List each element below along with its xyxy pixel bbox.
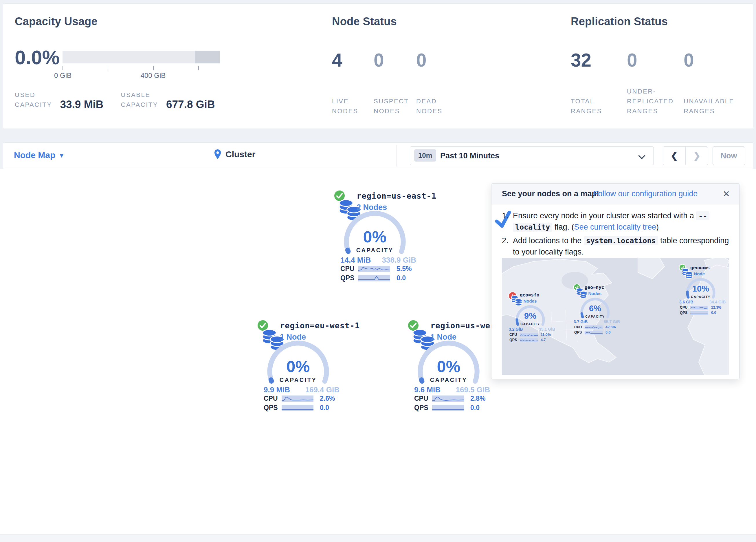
- cpu-value: 11.0%: [541, 333, 551, 337]
- chevron-down-icon: [638, 152, 645, 159]
- capacity-total: 169.4 GiB: [305, 385, 340, 394]
- capacity-used: 14.4 MiB: [340, 255, 371, 264]
- close-icon[interactable]: ✕: [723, 189, 730, 199]
- time-step-back-button[interactable]: ❮: [663, 147, 686, 165]
- cluster-summary-panel: Capacity Usage 0.0% 0 GiB 400 GiB USED C…: [3, 3, 753, 129]
- replication-status-title: Replication Status: [571, 15, 668, 28]
- region-locality: geo=nyc: [585, 285, 604, 290]
- axis-tick-label: 0 GiB: [49, 71, 76, 80]
- region-locality: region=eu-west-1: [280, 321, 360, 330]
- cpu-metric: CPU 12.3%: [680, 306, 721, 310]
- node-map-page: Capacity Usage 0.0% 0 GiB 400 GiB USED C…: [0, 0, 756, 542]
- qps-sparkline: [520, 338, 538, 342]
- axis-tick: [63, 66, 63, 70]
- axis-tick-label: 400 GiB: [135, 71, 171, 80]
- capacity-values: 9.9 MiB 169.4 GiB: [264, 385, 340, 394]
- unavailable-ranges-stat: 0 UNAVAILABLE RANGES: [684, 49, 742, 116]
- region-widget-us-west-1[interactable]: region=us-west-1 1 Node 0% CAPACITY 9.6 …: [404, 317, 499, 416]
- qps-sparkline: [358, 275, 390, 282]
- used-capacity-label: USED CAPACITY: [15, 90, 52, 110]
- dead-nodes-label: DEAD NODES: [416, 96, 443, 116]
- qps-sparkline: [282, 405, 313, 411]
- qps-metric: QPS 0.0: [680, 311, 716, 315]
- unavailable-ranges-label: UNAVAILABLE RANGES: [684, 96, 734, 116]
- capacity-total: 65.7 GiB: [604, 319, 620, 324]
- region-widget-us-east-1[interactable]: region=us-east-1 2 Nodes 0% CAPACITY 14.…: [330, 187, 425, 287]
- view-selector-dropdown[interactable]: Node Map▾: [14, 150, 63, 160]
- cpu-sparkline: [358, 266, 390, 272]
- capacity-values: 3.7 GiB 65.7 GiB: [574, 319, 620, 324]
- popup-header: See your nodes on a map! Follow our conf…: [491, 183, 739, 204]
- view-toolbar: Node Map▾ Cluster 10m Past 10 Minutes ❮ …: [3, 142, 753, 169]
- cpu-metric: CPU 42.5%: [574, 325, 616, 329]
- cpu-metric: CPU 2.8%: [414, 395, 485, 403]
- qps-label: QPS: [340, 274, 358, 282]
- cpu-metric: CPU 11.0%: [509, 333, 551, 337]
- capacity-caption: CAPACITY: [343, 247, 407, 253]
- qps-value: 0.0: [711, 311, 716, 315]
- usable-capacity-label: USABLE CAPACITY: [121, 90, 158, 110]
- capacity-used: 3.7 GiB: [574, 319, 588, 324]
- configuration-guide-link[interactable]: Follow our configuration guide: [593, 189, 698, 198]
- code-chip: system.locations: [584, 236, 658, 245]
- chevron-down-icon: ▾: [60, 152, 63, 159]
- region-widget-eu-west-1[interactable]: region=eu-west-1 1 Node 0% CAPACITY 9.9 …: [253, 317, 349, 416]
- qps-metric: QPS 0.0: [264, 404, 329, 412]
- time-step-forward-button[interactable]: ❯: [686, 147, 708, 165]
- cpu-label: CPU: [414, 395, 432, 403]
- qps-metric: QPS 4.7: [509, 338, 546, 342]
- capacity-percent: 0%: [266, 357, 330, 376]
- popup-title: See your nodes on a map!: [502, 189, 599, 198]
- capacity-values: 3.6 GiB 34.4 GiB: [679, 300, 726, 304]
- capacity-bar: [63, 51, 220, 63]
- time-range-label: Past 10 Minutes: [440, 151, 499, 160]
- live-nodes-stat: 4 LIVE NODES: [332, 49, 370, 116]
- capacity-meta: USED CAPACITY 33.9 MiB USABLE CAPACITY 6…: [15, 90, 215, 110]
- step-text: Ensure every node in your cluster was st…: [513, 211, 694, 220]
- qps-metric: QPS 0.0: [414, 404, 480, 412]
- cpu-metric: CPU 5.5%: [340, 265, 412, 273]
- capacity-bar-reserved: [195, 51, 220, 63]
- capacity-caption: CAPACITY: [683, 295, 718, 299]
- qps-sparkline: [690, 311, 708, 315]
- qps-value: 0.0: [320, 404, 329, 412]
- locality-tree-link[interactable]: See current locality tree: [574, 223, 656, 231]
- popup-step-2: 2. Add locations to the system.locations…: [502, 235, 731, 257]
- cpu-metric: CPU 2.6%: [264, 395, 335, 403]
- axis-tick: [108, 66, 108, 70]
- now-button[interactable]: Now: [713, 146, 745, 165]
- timeline-footer: [0, 534, 756, 542]
- under-replicated-stat: 0 UNDER- REPLICATED RANGES: [627, 49, 681, 116]
- capacity-gauge: 6% CAPACITY: [578, 295, 612, 330]
- cpu-value: 12.3%: [711, 306, 721, 310]
- suspect-nodes-count: 0: [374, 49, 412, 71]
- time-range-badge: 10m: [414, 149, 436, 161]
- cpu-sparkline: [585, 326, 603, 329]
- cpu-sparkline: [432, 396, 464, 402]
- used-capacity-value: 33.9 MiB: [60, 98, 103, 111]
- suspect-nodes-label: SUSPECT NODES: [374, 96, 409, 116]
- nodes-on-map-popup: See your nodes on a map! Follow our conf…: [491, 183, 740, 379]
- map-pin-icon: [214, 149, 221, 159]
- breadcrumb[interactable]: Cluster: [214, 149, 255, 159]
- capacity-percent: 0%: [343, 227, 407, 246]
- capacity-caption: CAPACITY: [513, 322, 548, 326]
- step-text: ): [656, 223, 659, 231]
- cpu-sparkline: [520, 333, 538, 337]
- view-selector-label: Node Map: [14, 150, 55, 160]
- example-map-illustration: 1 geo=sfo 2 Nodes 9% CAPACITY: [502, 258, 729, 375]
- cpu-label: CPU: [340, 265, 358, 273]
- capacity-percent: 0.0%: [15, 46, 60, 69]
- time-range-selector[interactable]: 10m Past 10 Minutes: [410, 146, 654, 165]
- step-number: 2.: [502, 235, 509, 246]
- capacity-caption: CAPACITY: [578, 315, 612, 318]
- popup-body: 1. Ensure every node in your cluster was…: [502, 210, 731, 260]
- step-text: flag. (: [555, 223, 574, 231]
- capacity-percent: 10%: [683, 284, 718, 294]
- qps-value: 0.0: [397, 274, 406, 282]
- qps-label: QPS: [680, 311, 690, 315]
- suspect-nodes-stat: 0 SUSPECT NODES: [374, 49, 412, 116]
- cpu-value: 2.8%: [470, 395, 485, 403]
- qps-label: QPS: [574, 330, 585, 335]
- capacity-used: 3.2 GiB: [509, 327, 523, 332]
